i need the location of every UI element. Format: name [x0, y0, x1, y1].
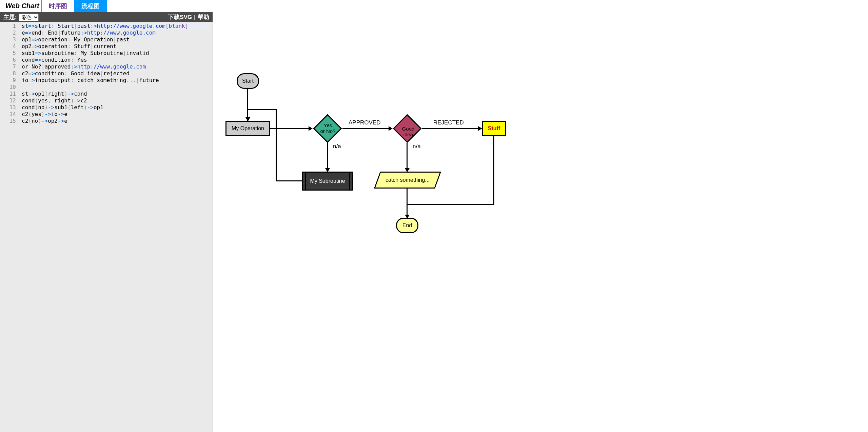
flowchart-op1-label: My Operation [232, 125, 264, 132]
gutter-line: 6 [0, 57, 16, 63]
flowchart-node-end[interactable]: End [396, 218, 418, 233]
flowchart-arrow [247, 89, 248, 121]
gutter-line: 11 [0, 91, 16, 97]
flowchart-arrow [276, 109, 277, 181]
flowchart-panel: Start My Operation Yes or No? Good idea … [213, 12, 868, 432]
code-line[interactable]: c2=>condition: Good idea|rejected [22, 70, 210, 77]
flowchart-arrow [276, 180, 302, 181]
flowchart-arrow [407, 143, 408, 171]
code-line[interactable]: cond(yes, right)->c2 [22, 97, 210, 104]
gutter-line: 14 [0, 111, 16, 118]
flowchart-arrow [327, 143, 328, 171]
editor-gutter: 123456789101112131415 [0, 22, 19, 432]
gutter-line: 15 [0, 118, 16, 124]
flowchart-sub1-inner: My Subroutine [305, 173, 350, 190]
flowchart-arrow [342, 128, 391, 129]
logo: Web Chart [5, 2, 39, 10]
code-line[interactable]: io=>inputoutput: catch something...|futu… [22, 77, 210, 84]
tab-flowchart[interactable]: 流程图 [74, 0, 107, 13]
flowchart-arrowhead [389, 126, 393, 131]
flowchart-op2-label: Stuff [488, 125, 500, 132]
code-line[interactable]: cond(no)->sub1(left)->op1 [22, 104, 210, 111]
toolbar-right: 下载SVG | 帮助 [168, 13, 209, 21]
flowchart-edge-label-na1: n/a [333, 143, 341, 150]
flowchart-node-start[interactable]: Start [237, 73, 259, 89]
flowchart-edge-label-rejected: REJECTED [433, 119, 464, 126]
gutter-line: 5 [0, 50, 16, 57]
flowchart-arrow [407, 189, 408, 217]
flowchart-node-sub1[interactable]: My Subroutine [302, 172, 353, 191]
flowchart-arrow [422, 128, 480, 129]
flowchart-arrowhead [309, 126, 313, 131]
header: Web Chart 时序图 流程图 [0, 0, 868, 12]
theme-select[interactable]: 彩色 [19, 14, 39, 21]
flowchart-start-label: Start [242, 78, 254, 84]
gutter-line: 8 [0, 70, 16, 77]
gutter-line: 1 [0, 23, 16, 30]
toolbar-left: 主题: 彩色 [3, 13, 39, 21]
theme-label: 主题: [3, 13, 17, 21]
code-line[interactable]: op1=>operation: My Operation|past [22, 36, 210, 43]
gutter-line: 13 [0, 104, 16, 111]
code-line[interactable]: op2=>operation: Stuff|current [22, 43, 210, 50]
code-line[interactable] [22, 84, 210, 91]
flowchart-io-label: catch something... [386, 177, 430, 183]
flowchart-node-cond[interactable] [313, 114, 342, 143]
download-svg-link[interactable]: 下载SVG [168, 13, 192, 21]
flowchart-node-op2[interactable]: Stuff [482, 121, 506, 136]
gutter-line: 3 [0, 36, 16, 43]
gutter-line: 12 [0, 97, 16, 104]
flowchart-arrow [247, 109, 277, 110]
editor-toolbar: 主题: 彩色 下载SVG | 帮助 [0, 12, 213, 22]
code-line[interactable]: or No?|approved:>http://www.google.com [22, 63, 210, 70]
flowchart-end-label: End [402, 222, 412, 229]
flowchart-arrowhead [478, 126, 482, 131]
flowchart-arrowhead [325, 168, 330, 172]
tab-sequence[interactable]: 时序图 [41, 0, 75, 13]
editor-code-area[interactable]: st=>start: Start|past:>http://www.google… [19, 22, 213, 432]
toolbar-separator: | [194, 14, 196, 21]
code-line[interactable]: st=>start: Start|past:>http://www.google… [22, 23, 210, 30]
code-line[interactable]: cond=>condition: Yes [22, 57, 210, 63]
gutter-line: 2 [0, 30, 16, 36]
flowchart-sub1-label: My Subroutine [310, 178, 345, 184]
left-panel: 主题: 彩色 下载SVG | 帮助 123456789101112131415 … [0, 12, 213, 432]
main: 主题: 彩色 下载SVG | 帮助 123456789101112131415 … [0, 12, 868, 432]
flowchart-arrow [493, 136, 494, 204]
gutter-line: 9 [0, 77, 16, 84]
flowchart-node-op1[interactable]: My Operation [225, 121, 270, 136]
flowchart-node-io[interactable]: catch something... [374, 172, 441, 189]
code-line[interactable]: sub1=>subroutine: My Subroutine|invalid [22, 50, 210, 57]
gutter-line: 7 [0, 63, 16, 70]
code-line[interactable]: e=>end: End|future:>http://www.google.co… [22, 30, 210, 36]
flowchart-edge-label-na2: n/a [413, 143, 421, 150]
flowchart-edge-label-approved: APPROVED [349, 119, 380, 126]
flowchart-arrowhead [245, 117, 250, 121]
gutter-line: 10 [0, 84, 16, 91]
help-link[interactable]: 帮助 [198, 13, 209, 21]
code-editor[interactable]: 123456789101112131415 st=>start: Start|p… [0, 22, 213, 432]
gutter-line: 4 [0, 43, 16, 50]
flowchart-arrowhead [405, 168, 410, 172]
flowchart-node-c2[interactable] [393, 114, 422, 143]
code-line[interactable]: st->op1(right)->cond [22, 91, 210, 97]
code-line[interactable]: c2(no)->op2->e [22, 118, 210, 124]
code-line[interactable]: c2(yes)->io->e [22, 111, 210, 118]
flowchart-arrowhead [405, 215, 410, 219]
flowchart-arrow [407, 204, 494, 205]
